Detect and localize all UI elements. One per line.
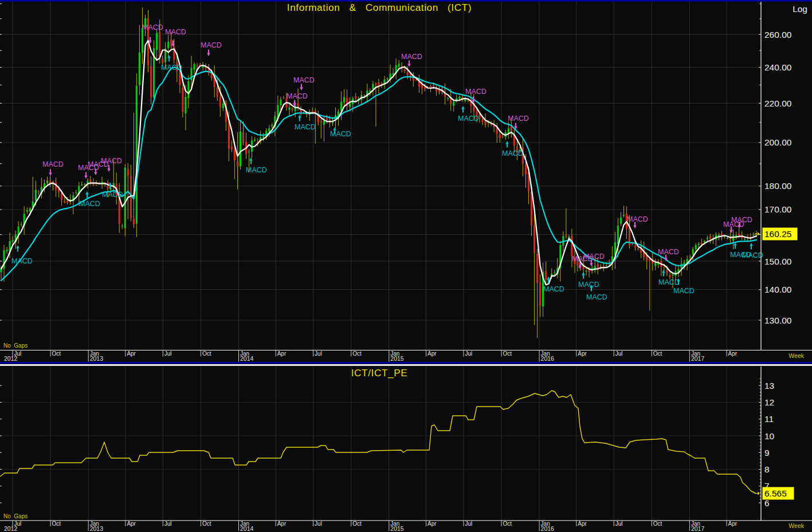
svg-text:MACD: MACD bbox=[102, 191, 123, 199]
svg-text:130.00: 130.00 bbox=[764, 316, 792, 325]
svg-text:MACD: MACD bbox=[165, 28, 186, 36]
svg-text:140.00: 140.00 bbox=[764, 285, 792, 294]
svg-text:MACD: MACD bbox=[578, 281, 599, 289]
svg-text:Apr: Apr bbox=[127, 350, 136, 357]
svg-text:No Gaps: No Gaps bbox=[3, 513, 28, 519]
svg-text:MACD: MACD bbox=[42, 160, 64, 168]
svg-text:Oct: Oct bbox=[653, 350, 662, 357]
svg-text:MACD: MACD bbox=[673, 287, 695, 295]
svg-text:200.00: 200.00 bbox=[764, 137, 792, 147]
svg-text:2014: 2014 bbox=[240, 525, 254, 532]
svg-text:12: 12 bbox=[764, 397, 774, 407]
svg-text:9: 9 bbox=[764, 448, 770, 458]
svg-text:240.00: 240.00 bbox=[764, 62, 792, 72]
svg-text:MACD: MACD bbox=[246, 166, 267, 174]
svg-text:2015: 2015 bbox=[390, 525, 404, 532]
svg-text:MACD: MACD bbox=[101, 157, 122, 165]
svg-text:Jul: Jul bbox=[315, 350, 322, 357]
svg-text:2017: 2017 bbox=[691, 355, 705, 362]
svg-text:Oct: Oct bbox=[653, 521, 662, 527]
svg-text:Jul: Jul bbox=[615, 521, 623, 527]
svg-text:MACD: MACD bbox=[79, 200, 100, 208]
svg-text:180.00: 180.00 bbox=[764, 181, 792, 191]
svg-text:MACD: MACD bbox=[742, 251, 763, 259]
svg-text:No Gaps: No Gaps bbox=[3, 342, 28, 349]
svg-text:MACD: MACD bbox=[583, 253, 605, 261]
svg-text:Apr: Apr bbox=[127, 521, 136, 527]
svg-text:Jul: Jul bbox=[164, 521, 172, 527]
svg-text:Week: Week bbox=[789, 522, 804, 529]
svg-text:MACD: MACD bbox=[658, 278, 680, 286]
svg-text:Apr: Apr bbox=[728, 350, 738, 357]
svg-text:MACD: MACD bbox=[458, 115, 479, 123]
svg-text:MACD: MACD bbox=[658, 248, 679, 256]
svg-text:160.25: 160.25 bbox=[764, 229, 791, 239]
svg-text:Oct: Oct bbox=[202, 521, 211, 527]
svg-text:Oct: Oct bbox=[52, 350, 61, 357]
svg-text:Oct: Oct bbox=[503, 521, 512, 527]
svg-text:MACD: MACD bbox=[142, 23, 163, 31]
svg-text:13: 13 bbox=[764, 381, 774, 391]
svg-text:2012: 2012 bbox=[4, 355, 18, 362]
svg-text:Week: Week bbox=[789, 352, 804, 359]
svg-text:MACD: MACD bbox=[502, 149, 523, 157]
svg-text:MACD: MACD bbox=[465, 88, 487, 96]
svg-text:170.00: 170.00 bbox=[764, 204, 792, 214]
svg-text:Apr: Apr bbox=[277, 350, 287, 357]
svg-text:MACD: MACD bbox=[295, 123, 316, 131]
svg-text:MACD: MACD bbox=[11, 257, 33, 265]
svg-text:MACD: MACD bbox=[293, 76, 315, 84]
svg-text:Oct: Oct bbox=[503, 350, 512, 357]
svg-text:Jul: Jul bbox=[615, 350, 623, 357]
svg-text:Apr: Apr bbox=[277, 521, 287, 527]
svg-text:MACD: MACD bbox=[543, 285, 564, 293]
svg-text:Jul: Jul bbox=[315, 521, 322, 527]
svg-text:Jul: Jul bbox=[465, 350, 472, 357]
svg-text:11: 11 bbox=[764, 414, 774, 424]
svg-text:MACD: MACD bbox=[161, 64, 182, 72]
svg-text:150.00: 150.00 bbox=[764, 257, 792, 266]
svg-text:ICT/ICT_PE: ICT/ICT_PE bbox=[351, 367, 408, 379]
svg-text:MACD: MACD bbox=[330, 130, 351, 138]
svg-text:Information & Communicatio: Information & Communication (ICT) bbox=[287, 2, 472, 13]
svg-text:MACD: MACD bbox=[201, 41, 222, 49]
svg-text:2016: 2016 bbox=[541, 355, 555, 362]
svg-text:MACD: MACD bbox=[627, 215, 648, 223]
svg-text:2013: 2013 bbox=[90, 525, 104, 532]
svg-text:Log: Log bbox=[793, 4, 807, 14]
svg-text:Apr: Apr bbox=[578, 521, 587, 527]
svg-text:Jul: Jul bbox=[164, 350, 172, 357]
svg-text:260.00: 260.00 bbox=[764, 30, 792, 40]
svg-text:8: 8 bbox=[764, 464, 770, 474]
svg-text:Apr: Apr bbox=[427, 350, 437, 357]
svg-text:2012: 2012 bbox=[4, 525, 18, 532]
svg-text:Jul: Jul bbox=[465, 521, 472, 527]
svg-text:MACD: MACD bbox=[586, 293, 607, 301]
svg-text:Oct: Oct bbox=[352, 350, 362, 357]
svg-text:2016: 2016 bbox=[541, 525, 555, 532]
svg-text:2014: 2014 bbox=[240, 355, 254, 362]
svg-text:Apr: Apr bbox=[578, 350, 587, 357]
svg-text:2015: 2015 bbox=[390, 355, 404, 362]
svg-text:220.00: 220.00 bbox=[764, 98, 792, 108]
svg-text:MACD: MACD bbox=[287, 92, 308, 100]
svg-text:Oct: Oct bbox=[202, 350, 211, 357]
svg-text:Apr: Apr bbox=[728, 521, 738, 527]
svg-text:2017: 2017 bbox=[691, 525, 705, 532]
svg-text:6.565: 6.565 bbox=[764, 488, 787, 498]
svg-text:10: 10 bbox=[764, 431, 775, 441]
svg-text:MACD: MACD bbox=[731, 216, 752, 224]
svg-text:2013: 2013 bbox=[90, 355, 104, 362]
svg-text:Apr: Apr bbox=[427, 521, 437, 527]
svg-text:Oct: Oct bbox=[352, 521, 362, 527]
svg-text:Oct: Oct bbox=[52, 521, 61, 527]
svg-text:MACD: MACD bbox=[401, 53, 422, 61]
svg-text:MACD: MACD bbox=[508, 115, 529, 123]
